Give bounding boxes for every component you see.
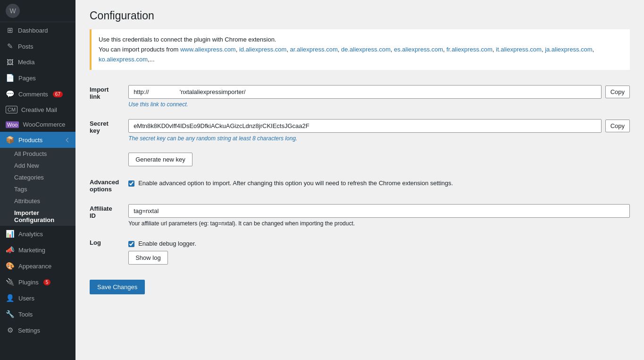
sidebar-item-label: Marketing — [18, 247, 45, 254]
aliexpress-link-it[interactable]: it.aliexpress.com — [496, 46, 542, 53]
page-title: Configuration — [90, 9, 630, 22]
log-checkbox-label: Enable debug logger. — [138, 240, 196, 247]
show-log-button[interactable]: Show log — [128, 251, 167, 265]
save-changes-button[interactable]: Save Changes — [90, 280, 145, 294]
sidebar-item-label: Media — [18, 59, 34, 66]
import-link-copy-button[interactable]: Copy — [605, 86, 630, 98]
sidebar-item-analytics[interactable]: 📊 Analytics — [0, 226, 75, 242]
affiliate-id-row: Affiliate ID Your affiliate url paramete… — [90, 198, 630, 232]
secret-key-input[interactable] — [128, 119, 602, 133]
wordpress-logo: W — [6, 4, 20, 18]
sidebar-item-tools[interactable]: 🔧 Tools — [0, 306, 75, 322]
sidebar-item-label: Tools — [18, 311, 33, 318]
advanced-options-row: Advanced options Enable advanced option … — [90, 172, 630, 198]
aliexpress-link-fr[interactable]: fr.aliexpress.com — [446, 46, 493, 53]
plugins-badge: 5 — [43, 279, 51, 285]
sidebar-item-label: Appearance — [18, 263, 51, 270]
aliexpress-link-ko[interactable]: ko.aliexpress.com — [99, 56, 148, 63]
log-checkbox[interactable] — [128, 241, 134, 247]
secret-key-row: Secret key Copy The secret key can be an… — [90, 113, 630, 172]
config-table: Import link Copy Use this link to connec… — [90, 79, 630, 270]
sidebar-item-label: Comments — [18, 91, 48, 98]
sidebar-item-label: Analytics — [18, 231, 43, 238]
comments-icon: 💬 — [6, 90, 15, 98]
advanced-options-checkbox-row: Enable advanced option to import. After … — [128, 178, 630, 187]
secret-key-label: Secret key — [90, 120, 109, 134]
appearance-icon: 🎨 — [6, 262, 15, 270]
comments-badge: 67 — [53, 91, 63, 97]
dashboard-icon: ⊞ — [6, 26, 14, 34]
notice-line1: Use this credentials to connect the plug… — [99, 35, 623, 45]
sidebar-logo: W — [0, 0, 75, 22]
woocommerce-icon: Woo — [6, 121, 19, 128]
import-link-hint: Use this link to connect. — [128, 101, 630, 108]
sidebar-item-settings[interactable]: ⚙ Settings — [0, 322, 75, 338]
import-link-input-row: Copy — [128, 85, 630, 99]
sidebar-item-categories[interactable]: Categories — [0, 171, 75, 183]
creative-mail-icon: CM — [6, 106, 17, 113]
sidebar-item-label: Dashboard — [18, 27, 48, 34]
import-link-label: Import link — [90, 86, 109, 100]
notice-box: Use this credentials to connect the plug… — [90, 29, 630, 70]
settings-icon: ⚙ — [6, 326, 14, 334]
products-expand-icon — [66, 137, 71, 142]
marketing-icon: 📣 — [6, 246, 15, 254]
sidebar-item-tags[interactable]: Tags — [0, 183, 75, 195]
generate-key-button[interactable]: Generate new key — [128, 153, 192, 166]
sidebar-item-label: Plugins — [18, 279, 39, 286]
affiliate-id-label: Affiliate ID — [90, 205, 112, 219]
aliexpress-link-de[interactable]: de.aliexpress.com — [341, 46, 391, 53]
sidebar-item-posts[interactable]: ✎ Posts — [0, 38, 75, 54]
sidebar-item-all-products[interactable]: All Products — [0, 148, 75, 160]
aliexpress-link-ja[interactable]: ja.aliexpress.com — [545, 46, 592, 53]
aliexpress-link-es[interactable]: es.aliexpress.com — [394, 46, 443, 53]
sidebar-item-users[interactable]: 👤 Users — [0, 290, 75, 306]
products-icon: 📦 — [6, 136, 15, 144]
sidebar: W ⊞ Dashboard ✎ Posts 🖼 Media 📄 Pages 💬 … — [0, 0, 75, 360]
media-icon: 🖼 — [6, 58, 14, 66]
sidebar-item-dashboard[interactable]: ⊞ Dashboard — [0, 22, 75, 38]
posts-icon: ✎ — [6, 42, 14, 51]
pages-icon: 📄 — [6, 74, 15, 82]
secret-key-copy-button[interactable]: Copy — [605, 120, 630, 132]
sidebar-item-importer-configuration[interactable]: Importer Configuration — [0, 207, 75, 226]
sidebar-item-label: Settings — [18, 327, 40, 334]
affiliate-id-input[interactable] — [128, 204, 630, 218]
sidebar-item-label: Products — [18, 137, 42, 144]
import-link-row: Import link Copy Use this link to connec… — [90, 79, 630, 113]
sidebar-item-media[interactable]: 🖼 Media — [0, 54, 75, 70]
advanced-options-checkbox[interactable] — [128, 180, 134, 187]
notice-line2: You can import products from www.aliexpr… — [99, 45, 623, 65]
aliexpress-link-ar[interactable]: ar.aliexpress.com — [290, 46, 338, 53]
advanced-options-checkbox-label: Enable advanced option to import. After … — [138, 180, 453, 187]
sidebar-item-label: Posts — [18, 43, 33, 50]
aliexpress-link-www[interactable]: www.aliexpress.com — [180, 46, 236, 53]
sidebar-item-attributes[interactable]: Attributes — [0, 195, 75, 207]
sidebar-item-comments[interactable]: 💬 Comments 67 — [0, 86, 75, 102]
sidebar-item-marketing[interactable]: 📣 Marketing — [0, 242, 75, 258]
advanced-options-label: Advanced options — [90, 179, 119, 193]
secret-key-hint: The secret key can be any random string … — [128, 135, 630, 142]
log-row: Log Enable debug logger. Show log — [90, 232, 630, 270]
sidebar-item-label: Creative Mail — [21, 106, 57, 113]
aliexpress-link-id[interactable]: id.aliexpress.com — [239, 46, 286, 53]
sidebar-item-label: Users — [18, 295, 34, 302]
sidebar-item-appearance[interactable]: 🎨 Appearance — [0, 258, 75, 274]
import-link-input[interactable] — [128, 85, 602, 99]
tools-icon: 🔧 — [6, 310, 15, 318]
sidebar-item-products[interactable]: 📦 Products — [0, 132, 75, 148]
secret-key-input-row: Copy — [128, 119, 630, 133]
sidebar-item-label: Pages — [18, 75, 36, 82]
log-checkbox-row: Enable debug logger. — [128, 238, 630, 247]
sidebar-item-creative-mail[interactable]: CM Creative Mail — [0, 102, 75, 117]
sidebar-item-woocommerce[interactable]: Woo WooCommerce — [0, 117, 75, 132]
users-icon: 👤 — [6, 294, 15, 302]
analytics-icon: 📊 — [6, 230, 15, 238]
sidebar-item-plugins[interactable]: 🔌 Plugins 5 — [0, 274, 75, 290]
sidebar-item-label: WooCommerce — [23, 121, 65, 128]
sidebar-item-pages[interactable]: 📄 Pages — [0, 70, 75, 86]
products-submenu: All Products Add New Categories Tags Att… — [0, 148, 75, 226]
plugins-icon: 🔌 — [6, 278, 15, 286]
sidebar-item-add-new[interactable]: Add New — [0, 160, 75, 171]
log-label: Log — [90, 239, 101, 246]
